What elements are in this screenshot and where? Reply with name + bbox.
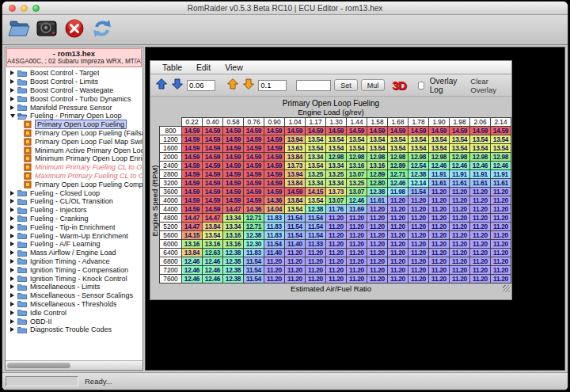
map-value-cell[interactable]: 11.20 <box>491 240 511 249</box>
map-value-cell[interactable]: 11.20 <box>388 249 408 257</box>
save-rom-button[interactable] <box>34 18 59 42</box>
map-value-cell[interactable]: 14.59 <box>244 162 264 170</box>
tree-category[interactable]: Fueling - A/F Learning <box>6 240 142 249</box>
map-value-cell[interactable]: 11.61 <box>450 179 470 188</box>
map-value-cell[interactable]: 13.16 <box>347 162 367 170</box>
expander-right-icon[interactable] <box>9 327 16 332</box>
map-value-cell[interactable]: 13.54 <box>470 135 491 144</box>
tree-category[interactable]: Fueling - Closed Loop <box>6 188 142 197</box>
map-value-cell[interactable]: 14.59 <box>223 188 244 196</box>
map-value-cell[interactable]: 14.59 <box>491 127 511 135</box>
row-header-cell[interactable]: 6000 <box>160 240 182 249</box>
map-value-cell[interactable]: 11.20 <box>347 240 367 249</box>
map-value-cell[interactable]: 14.59 <box>326 127 347 135</box>
map-value-cell[interactable]: 11.20 <box>429 240 450 249</box>
map-value-cell[interactable]: 12.38 <box>223 257 244 266</box>
map-value-cell[interactable]: 11.20 <box>429 205 450 214</box>
map-value-cell[interactable]: 11.91 <box>450 170 470 179</box>
map-value-cell[interactable]: 13.73 <box>285 162 306 170</box>
map-value-cell[interactable]: 11.61 <box>491 179 511 188</box>
row-header-cell[interactable]: 4400 <box>160 205 182 214</box>
map-value-cell[interactable]: 12.38 <box>244 231 264 240</box>
map-value-cell[interactable]: 11.54 <box>285 214 306 223</box>
map-value-cell[interactable]: 14.59 <box>244 144 264 153</box>
decrement-coarse-button[interactable] <box>171 78 184 93</box>
tree-category[interactable]: Miscellaneous - Sensor Scalings <box>6 291 142 300</box>
map-value-cell[interactable]: 14.59 <box>264 127 285 135</box>
open-rom-button[interactable] <box>6 18 32 42</box>
map-value-cell[interactable]: 11.20 <box>408 231 429 240</box>
tree-category[interactable]: Diagnostic Trouble Codes <box>6 325 142 334</box>
map-value-cell[interactable]: 11.20 <box>491 266 511 275</box>
map-value-cell[interactable]: 11.83 <box>244 249 264 257</box>
map-value-cell[interactable]: 14.59 <box>264 153 285 162</box>
tree-category[interactable]: Miscellaneous - Limits <box>6 283 142 291</box>
close-image-button[interactable] <box>62 18 87 42</box>
map-value-cell[interactable]: 14.59 <box>223 153 244 162</box>
map-value-cell[interactable]: 11.20 <box>408 196 429 205</box>
map-value-cell[interactable]: 13.84 <box>182 249 203 257</box>
map-value-cell[interactable]: 11.20 <box>450 266 470 275</box>
map-value-cell[interactable]: 11.20 <box>285 249 306 257</box>
zoom-window-button[interactable] <box>32 5 40 12</box>
map-value-cell[interactable]: 14.59 <box>450 127 470 135</box>
map-value-cell[interactable]: 11.20 <box>264 257 285 266</box>
map-value-cell[interactable]: 14.59 <box>244 188 264 196</box>
tree-category[interactable]: Fueling - CL/OL Transition <box>6 197 142 206</box>
expander-right-icon[interactable] <box>9 319 16 324</box>
map-value-cell[interactable]: 14.59 <box>223 127 244 135</box>
map-value-cell[interactable]: 11.20 <box>367 231 388 240</box>
threed-view-button[interactable]: 3D <box>392 78 405 92</box>
map-value-cell[interactable]: 14.59 <box>223 162 244 170</box>
map-value-cell[interactable]: 14.59 <box>367 127 388 135</box>
expander-down-icon[interactable] <box>9 114 16 118</box>
row-header-cell[interactable]: 4000 <box>160 196 182 205</box>
column-header-cell[interactable]: 1.58 <box>367 118 388 127</box>
map-value-cell[interactable]: 11.20 <box>367 214 388 223</box>
map-value-cell[interactable]: 11.33 <box>306 240 326 249</box>
map-value-cell[interactable]: 11.20 <box>429 188 450 196</box>
map-value-cell[interactable]: 11.20 <box>470 240 491 249</box>
map-value-cell[interactable]: 11.20 <box>408 249 429 257</box>
map-value-cell[interactable]: 14.59 <box>182 127 203 135</box>
map-value-cell[interactable]: 14.59 <box>203 179 223 188</box>
map-value-cell[interactable]: 11.20 <box>470 223 491 231</box>
map-value-cell[interactable]: 11.20 <box>429 275 450 284</box>
expander-right-icon[interactable] <box>9 310 16 315</box>
map-value-cell[interactable]: 11.20 <box>326 266 347 275</box>
map-value-cell[interactable]: 11.20 <box>326 240 347 249</box>
column-header-cell[interactable]: 0.40 <box>203 118 223 127</box>
map-value-cell[interactable]: 12.38 <box>408 170 429 179</box>
set-button[interactable]: Set <box>334 79 358 91</box>
map-value-cell[interactable]: 11.20 <box>347 249 367 257</box>
map-value-cell[interactable]: 13.34 <box>326 179 347 188</box>
map-value-cell[interactable]: 12.38 <box>223 275 244 284</box>
map-value-cell[interactable]: 11.54 <box>306 214 326 223</box>
map-value-cell[interactable]: 12.98 <box>491 153 511 162</box>
map-value-cell[interactable]: 14.59 <box>203 162 223 170</box>
tree-category[interactable]: Ignition Timing - Advance <box>6 257 142 266</box>
map-value-cell[interactable]: 12.98 <box>367 153 388 162</box>
column-header-cell[interactable]: 1.04 <box>285 118 306 127</box>
map-value-cell[interactable]: 13.54 <box>470 144 491 153</box>
map-value-cell[interactable]: 12.54 <box>408 162 429 170</box>
map-value-cell[interactable]: 11.20 <box>388 231 408 240</box>
map-value-cell[interactable]: 14.36 <box>244 205 264 214</box>
map-value-cell[interactable]: 11.20 <box>470 257 491 266</box>
map-value-cell[interactable]: 13.25 <box>347 179 367 188</box>
tree-table-item[interactable]: Primary Open Loop Fuel Map Switc <box>6 137 142 146</box>
map-value-cell[interactable]: 13.73 <box>326 188 347 196</box>
map-value-cell[interactable]: 11.54 <box>264 240 285 249</box>
map-value-cell[interactable]: 11.20 <box>388 240 408 249</box>
close-window-button[interactable] <box>9 5 16 12</box>
map-value-cell[interactable]: 11.20 <box>347 214 367 223</box>
map-value-cell[interactable]: 13.84 <box>203 223 223 231</box>
expander-right-icon[interactable] <box>9 216 16 221</box>
tree-category[interactable]: Boost Control - Limits <box>6 78 142 86</box>
tree-category[interactable]: Fueling - Injectors <box>6 206 142 215</box>
map-value-cell[interactable]: 12.38 <box>367 188 388 196</box>
map-value-cell[interactable]: 12.46 <box>347 196 367 205</box>
column-header-cell[interactable]: 1.98 <box>450 118 470 127</box>
map-value-cell[interactable]: 14.59 <box>203 188 223 196</box>
map-value-cell[interactable]: 12.46 <box>203 266 223 275</box>
